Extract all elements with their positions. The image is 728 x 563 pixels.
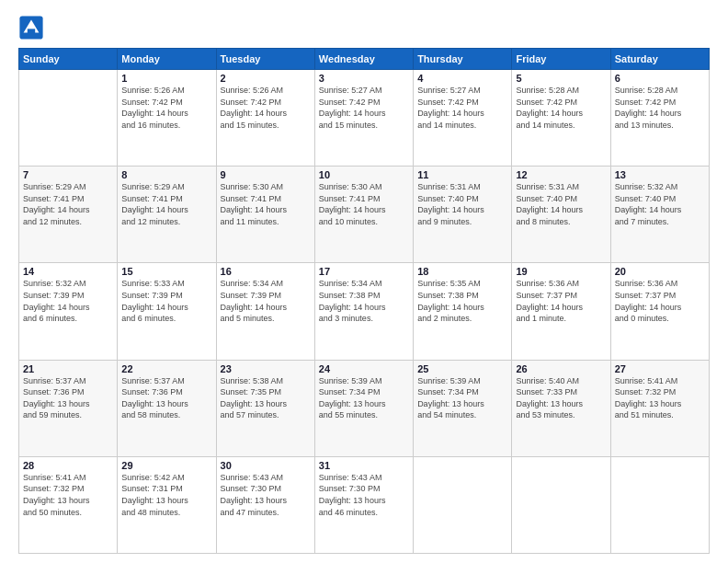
day-number: 6 — [615, 73, 705, 84]
calendar-cell — [610, 456, 709, 553]
day-info: Sunrise: 5:26 AMSunset: 7:42 PMDaylight:… — [121, 85, 211, 131]
calendar-cell: 24Sunrise: 5:39 AMSunset: 7:34 PMDayligh… — [314, 360, 413, 456]
calendar-cell: 14Sunrise: 5:32 AMSunset: 7:39 PMDayligh… — [19, 263, 118, 360]
weekday-header-saturday: Saturday — [610, 49, 709, 70]
weekday-header-friday: Friday — [512, 49, 610, 70]
day-number: 17 — [319, 266, 409, 277]
calendar-cell: 16Sunrise: 5:34 AMSunset: 7:39 PMDayligh… — [216, 263, 314, 360]
day-info: Sunrise: 5:30 AMSunset: 7:41 PMDaylight:… — [319, 181, 409, 227]
day-info: Sunrise: 5:27 AMSunset: 7:42 PMDaylight:… — [417, 85, 507, 131]
calendar-cell: 29Sunrise: 5:42 AMSunset: 7:31 PMDayligh… — [118, 456, 216, 553]
day-info: Sunrise: 5:26 AMSunset: 7:42 PMDaylight:… — [221, 85, 311, 131]
day-number: 20 — [615, 266, 705, 277]
calendar-cell: 28Sunrise: 5:41 AMSunset: 7:32 PMDayligh… — [19, 456, 118, 553]
day-number: 21 — [23, 363, 113, 374]
header — [18, 15, 710, 40]
day-number: 28 — [23, 460, 113, 471]
calendar-cell: 20Sunrise: 5:36 AMSunset: 7:37 PMDayligh… — [610, 263, 709, 360]
calendar-cell: 30Sunrise: 5:43 AMSunset: 7:30 PMDayligh… — [216, 456, 314, 553]
day-info: Sunrise: 5:41 AMSunset: 7:32 PMDaylight:… — [615, 375, 705, 421]
page: SundayMondayTuesdayWednesdayThursdayFrid… — [0, 0, 728, 563]
day-number: 4 — [417, 73, 507, 84]
calendar-week-row: 14Sunrise: 5:32 AMSunset: 7:39 PMDayligh… — [19, 263, 710, 360]
weekday-header-sunday: Sunday — [19, 49, 118, 70]
day-info: Sunrise: 5:34 AMSunset: 7:38 PMDaylight:… — [319, 278, 409, 324]
calendar-cell: 23Sunrise: 5:38 AMSunset: 7:35 PMDayligh… — [216, 360, 314, 456]
day-number: 3 — [319, 73, 409, 84]
day-info: Sunrise: 5:36 AMSunset: 7:37 PMDaylight:… — [516, 278, 606, 324]
calendar-cell: 17Sunrise: 5:34 AMSunset: 7:38 PMDayligh… — [314, 263, 413, 360]
weekday-header-monday: Monday — [118, 49, 216, 70]
calendar-cell: 18Sunrise: 5:35 AMSunset: 7:38 PMDayligh… — [414, 263, 512, 360]
day-number: 24 — [319, 363, 409, 374]
calendar-week-row: 7Sunrise: 5:29 AMSunset: 7:41 PMDaylight… — [19, 167, 710, 263]
calendar-cell: 15Sunrise: 5:33 AMSunset: 7:39 PMDayligh… — [118, 263, 216, 360]
calendar-cell: 5Sunrise: 5:28 AMSunset: 7:42 PMDaylight… — [512, 70, 610, 167]
day-info: Sunrise: 5:35 AMSunset: 7:38 PMDaylight:… — [417, 278, 507, 324]
day-number: 18 — [417, 266, 507, 277]
calendar-cell: 1Sunrise: 5:26 AMSunset: 7:42 PMDaylight… — [118, 70, 216, 167]
logo-icon — [18, 15, 44, 40]
day-info: Sunrise: 5:40 AMSunset: 7:33 PMDaylight:… — [516, 375, 606, 421]
day-number: 27 — [615, 363, 705, 374]
day-number: 7 — [23, 169, 113, 180]
day-number: 19 — [516, 266, 606, 277]
calendar-cell: 7Sunrise: 5:29 AMSunset: 7:41 PMDaylight… — [19, 167, 118, 263]
day-number: 31 — [319, 460, 409, 471]
day-number: 14 — [23, 266, 113, 277]
calendar-cell: 31Sunrise: 5:43 AMSunset: 7:30 PMDayligh… — [314, 456, 413, 553]
day-number: 29 — [121, 460, 211, 471]
calendar-cell — [19, 70, 118, 167]
day-number: 30 — [221, 460, 311, 471]
calendar-cell: 27Sunrise: 5:41 AMSunset: 7:32 PMDayligh… — [610, 360, 709, 456]
day-number: 8 — [121, 169, 211, 180]
logo — [18, 15, 46, 40]
day-info: Sunrise: 5:43 AMSunset: 7:30 PMDaylight:… — [319, 472, 409, 518]
calendar-cell: 3Sunrise: 5:27 AMSunset: 7:42 PMDaylight… — [314, 70, 413, 167]
calendar-table: SundayMondayTuesdayWednesdayThursdayFrid… — [18, 48, 710, 554]
calendar-cell: 10Sunrise: 5:30 AMSunset: 7:41 PMDayligh… — [314, 167, 413, 263]
calendar-cell: 12Sunrise: 5:31 AMSunset: 7:40 PMDayligh… — [512, 167, 610, 263]
weekday-header-row: SundayMondayTuesdayWednesdayThursdayFrid… — [19, 49, 710, 70]
day-number: 22 — [121, 363, 211, 374]
calendar-cell — [512, 456, 610, 553]
calendar-cell: 8Sunrise: 5:29 AMSunset: 7:41 PMDaylight… — [118, 167, 216, 263]
day-info: Sunrise: 5:42 AMSunset: 7:31 PMDaylight:… — [121, 472, 211, 518]
day-info: Sunrise: 5:34 AMSunset: 7:39 PMDaylight:… — [221, 278, 311, 324]
day-info: Sunrise: 5:39 AMSunset: 7:34 PMDaylight:… — [417, 375, 507, 421]
day-info: Sunrise: 5:41 AMSunset: 7:32 PMDaylight:… — [23, 472, 113, 518]
calendar-cell: 21Sunrise: 5:37 AMSunset: 7:36 PMDayligh… — [19, 360, 118, 456]
day-info: Sunrise: 5:28 AMSunset: 7:42 PMDaylight:… — [615, 85, 705, 131]
weekday-header-wednesday: Wednesday — [314, 49, 413, 70]
weekday-header-tuesday: Tuesday — [216, 49, 314, 70]
calendar-cell: 11Sunrise: 5:31 AMSunset: 7:40 PMDayligh… — [414, 167, 512, 263]
day-number: 15 — [121, 266, 211, 277]
day-number: 9 — [221, 169, 311, 180]
day-info: Sunrise: 5:28 AMSunset: 7:42 PMDaylight:… — [516, 85, 606, 131]
day-info: Sunrise: 5:39 AMSunset: 7:34 PMDaylight:… — [319, 375, 409, 421]
day-info: Sunrise: 5:32 AMSunset: 7:39 PMDaylight:… — [23, 278, 113, 324]
calendar-week-row: 21Sunrise: 5:37 AMSunset: 7:36 PMDayligh… — [19, 360, 710, 456]
day-number: 23 — [221, 363, 311, 374]
day-info: Sunrise: 5:43 AMSunset: 7:30 PMDaylight:… — [221, 472, 311, 518]
day-number: 2 — [221, 73, 311, 84]
calendar-week-row: 28Sunrise: 5:41 AMSunset: 7:32 PMDayligh… — [19, 456, 710, 553]
calendar-cell: 19Sunrise: 5:36 AMSunset: 7:37 PMDayligh… — [512, 263, 610, 360]
calendar-cell: 22Sunrise: 5:37 AMSunset: 7:36 PMDayligh… — [118, 360, 216, 456]
day-number: 16 — [221, 266, 311, 277]
day-info: Sunrise: 5:38 AMSunset: 7:35 PMDaylight:… — [221, 375, 311, 421]
calendar-cell: 13Sunrise: 5:32 AMSunset: 7:40 PMDayligh… — [610, 167, 709, 263]
day-info: Sunrise: 5:29 AMSunset: 7:41 PMDaylight:… — [23, 181, 113, 227]
day-number: 26 — [516, 363, 606, 374]
day-info: Sunrise: 5:32 AMSunset: 7:40 PMDaylight:… — [615, 181, 705, 227]
day-number: 13 — [615, 169, 705, 180]
day-number: 10 — [319, 169, 409, 180]
calendar-cell: 26Sunrise: 5:40 AMSunset: 7:33 PMDayligh… — [512, 360, 610, 456]
day-info: Sunrise: 5:27 AMSunset: 7:42 PMDaylight:… — [319, 85, 409, 131]
svg-rect-2 — [28, 29, 35, 34]
day-info: Sunrise: 5:37 AMSunset: 7:36 PMDaylight:… — [23, 375, 113, 421]
day-info: Sunrise: 5:36 AMSunset: 7:37 PMDaylight:… — [615, 278, 705, 324]
calendar-cell: 2Sunrise: 5:26 AMSunset: 7:42 PMDaylight… — [216, 70, 314, 167]
calendar-cell: 25Sunrise: 5:39 AMSunset: 7:34 PMDayligh… — [414, 360, 512, 456]
day-info: Sunrise: 5:37 AMSunset: 7:36 PMDaylight:… — [121, 375, 211, 421]
